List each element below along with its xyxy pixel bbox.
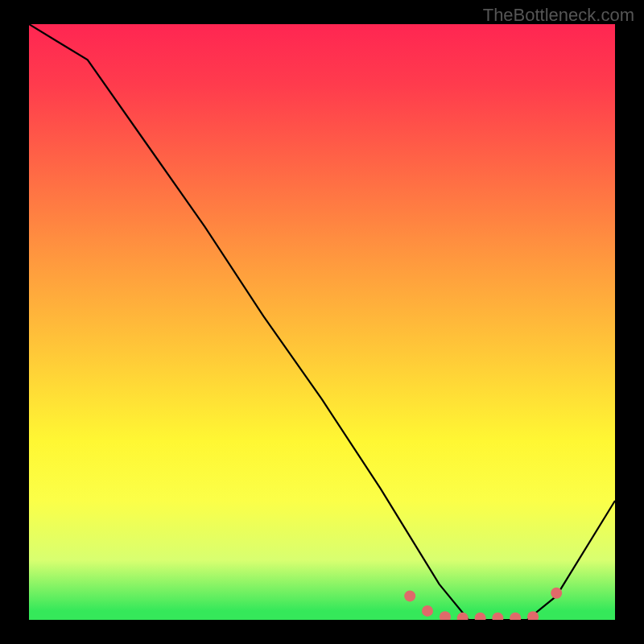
highlight-dots-group bbox=[404, 588, 562, 620]
bottleneck-curve-line bbox=[29, 24, 615, 620]
highlight-dot bbox=[510, 613, 521, 620]
chart-container: TheBottleneck.com bbox=[0, 0, 644, 644]
highlight-dot bbox=[475, 613, 486, 620]
highlight-dot bbox=[551, 588, 562, 599]
highlight-dot bbox=[492, 613, 503, 620]
highlight-dot bbox=[422, 605, 433, 617]
watermark-text: TheBottleneck.com bbox=[483, 5, 634, 26]
highlight-dot bbox=[440, 611, 451, 620]
plot-area bbox=[29, 24, 615, 620]
highlight-dot bbox=[404, 590, 415, 601]
curve-svg bbox=[29, 24, 615, 620]
highlight-dot bbox=[457, 613, 469, 620]
